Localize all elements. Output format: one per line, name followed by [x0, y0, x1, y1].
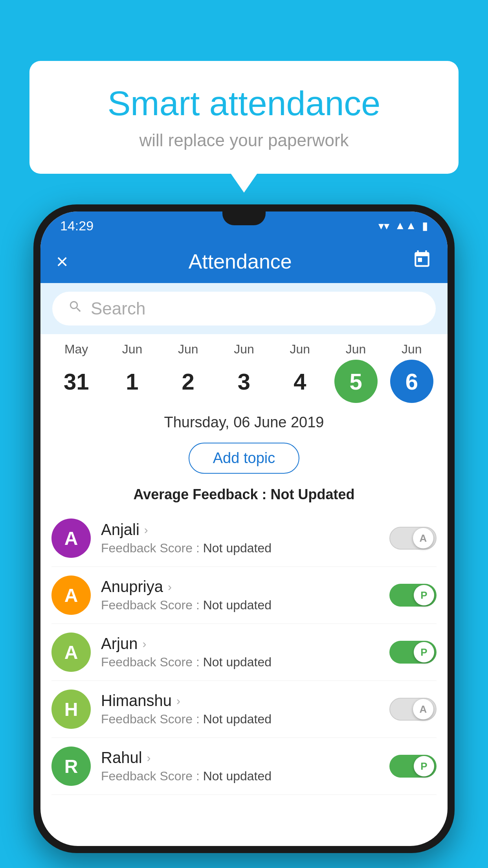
cal-month-label: May: [64, 342, 88, 357]
student-name-arrow: ›: [168, 580, 172, 594]
student-avatar: A: [51, 576, 91, 615]
student-name: Anupriya ›: [101, 578, 379, 596]
student-score: Feedback Score : Not updated: [101, 712, 379, 726]
attendance-toggle[interactable]: P: [389, 755, 437, 778]
student-avatar: H: [51, 690, 91, 729]
search-placeholder: Search: [91, 299, 145, 318]
cal-month-label: Jun: [346, 342, 366, 357]
cal-date-number: 6: [390, 360, 433, 403]
calendar-day[interactable]: Jun1: [106, 342, 158, 403]
student-score: Feedback Score : Not updated: [101, 598, 379, 612]
student-item[interactable]: AArjun ›Feedback Score : Not updatedP: [51, 624, 437, 681]
student-name: Rahul ›: [101, 749, 379, 767]
cal-month-label: Jun: [178, 342, 198, 357]
cal-date-number: 4: [278, 360, 321, 403]
app-bar: × Attendance: [40, 240, 448, 283]
calendar-strip: May31Jun1Jun2Jun3Jun4Jun5Jun6: [40, 334, 448, 407]
student-item[interactable]: HHimanshu ›Feedback Score : Not updatedA: [51, 681, 437, 738]
calendar-icon[interactable]: [412, 250, 432, 273]
toggle-knob: A: [413, 699, 433, 719]
student-info: Himanshu ›Feedback Score : Not updated: [101, 692, 379, 726]
student-info: Rahul ›Feedback Score : Not updated: [101, 749, 379, 783]
student-info: Anjali ›Feedback Score : Not updated: [101, 521, 379, 555]
cal-date-number: 5: [334, 360, 378, 403]
calendar-day[interactable]: Jun6: [386, 342, 437, 403]
student-name: Himanshu ›: [101, 692, 379, 710]
search-icon: [68, 299, 83, 318]
wifi-icon: ▾▾: [378, 219, 389, 232]
cal-month-label: Jun: [122, 342, 143, 357]
calendar-day[interactable]: Jun4: [274, 342, 325, 403]
speech-bubble: Smart attendance will replace your paper…: [29, 61, 459, 174]
student-item[interactable]: AAnupriya ›Feedback Score : Not updatedP: [51, 567, 437, 624]
attendance-toggle[interactable]: P: [389, 584, 437, 607]
bubble-title: Smart attendance: [57, 85, 431, 123]
status-bar: 14:29 ▾▾ ▲▲ ▮: [40, 211, 448, 240]
student-info: Anupriya ›Feedback Score : Not updated: [101, 578, 379, 612]
phone-inner: 14:29 ▾▾ ▲▲ ▮ × Attendance: [40, 211, 448, 846]
student-list: AAnjali ›Feedback Score : Not updatedAAA…: [40, 510, 448, 795]
bubble-subtitle: will replace your paperwork: [57, 131, 431, 150]
toggle-knob: P: [414, 642, 434, 662]
student-score: Feedback Score : Not updated: [101, 541, 379, 555]
toggle-knob: P: [414, 585, 434, 605]
calendar-day[interactable]: Jun3: [218, 342, 270, 403]
status-icons: ▾▾ ▲▲ ▮: [378, 219, 428, 232]
student-item[interactable]: AAnjali ›Feedback Score : Not updatedA: [51, 510, 437, 567]
student-avatar: R: [51, 747, 91, 786]
attendance-toggle[interactable]: P: [389, 641, 437, 664]
cal-date-number: 1: [110, 360, 154, 403]
calendar-day[interactable]: Jun2: [163, 342, 214, 403]
cal-date-number: 2: [167, 360, 210, 403]
cal-date-number: 31: [55, 360, 98, 403]
student-name-arrow: ›: [147, 751, 151, 765]
search-bar[interactable]: Search: [52, 292, 436, 326]
signal-icon: ▲▲: [395, 219, 416, 232]
search-bar-container: Search: [40, 283, 448, 334]
student-item[interactable]: RRahul ›Feedback Score : Not updatedP: [51, 738, 437, 795]
attendance-toggle[interactable]: A: [389, 527, 437, 550]
toggle-knob: A: [413, 528, 433, 548]
student-info: Arjun ›Feedback Score : Not updated: [101, 635, 379, 669]
student-name-arrow: ›: [144, 523, 148, 537]
app-bar-title: Attendance: [80, 250, 400, 273]
close-button[interactable]: ×: [56, 251, 68, 272]
student-name: Arjun ›: [101, 635, 379, 653]
student-name-arrow: ›: [142, 637, 146, 651]
status-time: 14:29: [60, 218, 94, 234]
avg-feedback-value: Not Updated: [270, 486, 354, 502]
cal-month-label: Jun: [402, 342, 422, 357]
student-name-arrow: ›: [176, 694, 180, 708]
add-topic-button[interactable]: Add topic: [189, 443, 299, 474]
toggle-knob: P: [414, 756, 434, 776]
selected-date: Thursday, 06 June 2019: [40, 407, 448, 435]
phone-frame: 14:29 ▾▾ ▲▲ ▮ × Attendance: [33, 204, 455, 853]
calendar-day[interactable]: Jun5: [330, 342, 382, 403]
calendar-day[interactable]: May31: [51, 342, 102, 403]
cal-date-number: 3: [222, 360, 266, 403]
cal-month-label: Jun: [234, 342, 254, 357]
student-avatar: A: [51, 633, 91, 672]
student-score: Feedback Score : Not updated: [101, 655, 379, 669]
speech-bubble-container: Smart attendance will replace your paper…: [29, 61, 459, 174]
battery-icon: ▮: [422, 219, 428, 232]
avg-feedback: Average Feedback : Not Updated: [40, 482, 448, 510]
student-score: Feedback Score : Not updated: [101, 769, 379, 783]
cal-month-label: Jun: [290, 342, 310, 357]
student-name: Anjali ›: [101, 521, 379, 539]
avg-feedback-label: Average Feedback :: [134, 486, 271, 502]
student-avatar: A: [51, 519, 91, 558]
attendance-toggle[interactable]: A: [389, 698, 437, 721]
